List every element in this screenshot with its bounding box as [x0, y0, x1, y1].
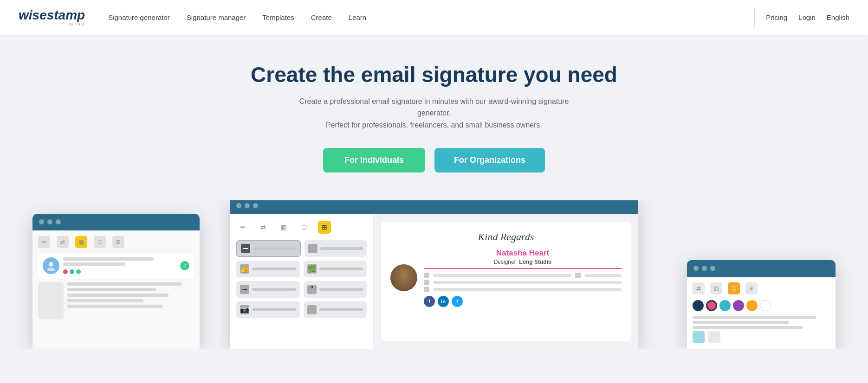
language-selector[interactable]: English: [827, 13, 849, 21]
template-item-8[interactable]: [304, 301, 367, 318]
edit-icon: ✏: [38, 236, 50, 248]
sig-avatar: [390, 264, 417, 291]
right-bottom-icon-2: [708, 331, 720, 343]
grid-icon: ⊞: [112, 236, 124, 248]
nav-signature-generator[interactable]: Signature generator: [108, 13, 170, 21]
center-bucket-icon: ⬡: [298, 221, 311, 234]
nav-signature-manager[interactable]: Signature manager: [187, 13, 246, 21]
nav-templates[interactable]: Templates: [262, 13, 294, 21]
browser-titlebar-center: [230, 200, 638, 214]
email-icon: [424, 280, 429, 285]
for-individuals-button[interactable]: For Individuals: [323, 148, 425, 172]
right-share-icon: ⇄: [693, 282, 705, 294]
logo[interactable]: wise stamp by vata: [19, 9, 85, 26]
template-list: 👍 🌿 →: [236, 240, 367, 318]
left-content-placeholder: [38, 282, 64, 319]
header: wise stamp by vata Signature generator S…: [0, 0, 868, 35]
right-bottom-icon-1: [693, 331, 705, 343]
logo-stamp: stamp: [47, 9, 85, 22]
swatch-purple[interactable]: [733, 300, 744, 311]
mobile-icon: [575, 273, 581, 278]
nav-create[interactable]: Create: [311, 13, 332, 21]
color-swatches: [693, 300, 830, 311]
template-item-4[interactable]: 🌿: [304, 261, 367, 277]
for-organizations-button[interactable]: For Organizations: [434, 148, 545, 172]
left-profile-card: ✓: [38, 253, 194, 279]
layout-icon: ▦: [75, 236, 87, 248]
hero-subtitle: Create a professional email signature in…: [290, 96, 578, 131]
center-left-panel: ✏ ⇄ ▥ ⬡ ⊞: [230, 214, 374, 349]
center-share-icon: ⇄: [257, 221, 270, 234]
bucket-icon: ⬡: [94, 236, 106, 248]
template-row-2: 👍 🌿: [236, 261, 367, 277]
sig-contact-row-1: [424, 273, 622, 278]
nav-learn[interactable]: Learn: [349, 13, 366, 21]
browser-dot-1: [39, 219, 44, 224]
right-bottom-tools: [693, 331, 830, 343]
center-right-panel: Kind Regards Natasha Heart Designer Long…: [374, 214, 638, 349]
sig-contact-row-3: [424, 287, 622, 292]
logo-byvata: by vata: [19, 22, 85, 26]
sig-kind-regards: Kind Regards: [390, 231, 622, 243]
center-grid-icon: ⊞: [318, 221, 331, 234]
swatch-orange[interactable]: [746, 300, 758, 311]
right-bucket-icon: ⬡: [728, 282, 740, 294]
twitter-icon: t: [452, 296, 463, 307]
sig-contact-rows: [424, 273, 622, 292]
right-bar-3: [693, 326, 803, 329]
template-item-6[interactable]: ": [304, 281, 367, 298]
login-link[interactable]: Login: [798, 13, 816, 21]
browser-window-left: ✏ ⇄ ▦ ⬡ ⊞: [32, 214, 200, 349]
logo-wise: wise: [19, 9, 47, 22]
template-item-5[interactable]: →: [236, 281, 300, 298]
pricing-link[interactable]: Pricing: [766, 13, 787, 21]
left-content-area: [38, 282, 194, 319]
svg-point-1: [47, 268, 55, 271]
right-bar-1: [693, 316, 816, 319]
browser-titlebar-right: [687, 260, 836, 277]
template-item-2[interactable]: [304, 240, 367, 257]
svg-point-0: [49, 262, 53, 267]
right-grid-icon: ⊞: [745, 282, 758, 294]
swatch-pink[interactable]: [706, 300, 717, 311]
phone-icon: [424, 273, 429, 278]
sig-title-company: Designer Long Studio: [424, 259, 622, 265]
template-row-4: 📷: [236, 301, 367, 318]
header-right: Pricing Login English: [754, 8, 849, 27]
browser-dot-r2: [702, 266, 707, 271]
browser-body-center: ✏ ⇄ ▥ ⬡ ⊞: [230, 214, 638, 349]
signature-preview-card: Kind Regards Natasha Heart Designer Long…: [381, 222, 631, 341]
browser-dot-r1: [693, 266, 699, 271]
mockup-area: ✏ ⇄ ▦ ⬡ ⊞: [9, 200, 859, 349]
swatch-white[interactable]: [760, 300, 771, 311]
hero-section: Create the email signature you need Crea…: [0, 35, 868, 349]
sig-contact-row-2: [424, 280, 622, 285]
left-check-icon: ✓: [180, 261, 189, 270]
sig-name: Natasha Heart: [424, 249, 622, 258]
template-item-7[interactable]: 📷: [236, 301, 300, 318]
sig-info: Natasha Heart Designer Long Studio: [424, 249, 622, 307]
address-icon: [424, 287, 429, 292]
browser-dot-r3: [710, 266, 715, 271]
left-avatar: [43, 257, 59, 274]
template-row-3: → ": [236, 281, 367, 298]
template-item-1[interactable]: [236, 240, 301, 257]
browser-window-right: ⇄ ▥ ⬡ ⊞: [687, 260, 836, 349]
template-item-3[interactable]: 👍: [236, 261, 300, 277]
right-layout-icon: ▥: [710, 282, 722, 294]
hero-title: Create the email signature you need: [9, 63, 859, 87]
browser-dot-c1: [236, 203, 241, 208]
right-toolbar: ⇄ ▥ ⬡ ⊞: [693, 282, 830, 294]
sig-person-row: Natasha Heart Designer Long Studio: [390, 249, 622, 307]
center-edit-icon: ✏: [236, 221, 249, 234]
browser-titlebar-left: [32, 214, 200, 230]
browser-body-right: ⇄ ▥ ⬡ ⊞: [687, 277, 836, 349]
swatch-teal[interactable]: [719, 300, 731, 311]
right-bar-2: [693, 321, 789, 324]
linkedin-icon: in: [438, 296, 449, 307]
left-toolbar: ✏ ⇄ ▦ ⬡ ⊞: [38, 236, 194, 248]
swatch-navy[interactable]: [693, 300, 704, 311]
left-bar-dots: [63, 269, 176, 274]
browser-dot-c3: [253, 203, 258, 208]
template-row-1: [236, 240, 367, 257]
